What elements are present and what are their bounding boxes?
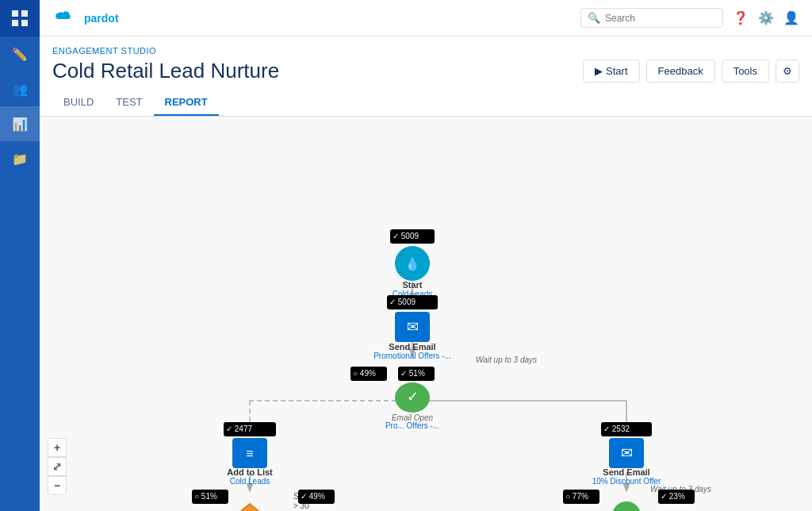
svg-text:✉: ✉: [621, 445, 633, 461]
tab-test[interactable]: TEST: [105, 90, 153, 116]
svg-text:○ 49%: ○ 49%: [353, 369, 376, 378]
zoom-out-button[interactable]: −: [48, 476, 67, 495]
svg-text:Pro... Offers -...: Pro... Offers -...: [385, 421, 439, 430]
svg-text:✉: ✉: [407, 319, 419, 335]
svg-text:≡: ≡: [246, 447, 253, 460]
nav-edit-icon[interactable]: ✏️: [0, 36, 40, 71]
svg-text:○ 77%: ○ 77%: [565, 492, 588, 501]
svg-text:✓ 2532: ✓ 2532: [603, 425, 630, 433]
zoom-in-button[interactable]: +: [48, 438, 67, 457]
svg-text:Send Email: Send Email: [603, 467, 649, 477]
feedback-button[interactable]: Feedback: [646, 60, 715, 83]
tab-report[interactable]: REPORT: [154, 90, 219, 116]
page-header: ENGAGEMENT STUDIO Cold Retail Lead Nurtu…: [40, 36, 812, 117]
play-icon: ▶: [595, 65, 603, 77]
svg-text:Add to List: Add to List: [227, 467, 273, 477]
search-icon: 🔍: [588, 12, 600, 24]
svg-rect-1: [21, 10, 28, 17]
tools-button[interactable]: Tools: [722, 60, 769, 83]
pardot-label: pardot: [84, 12, 119, 25]
svg-text:✓ 5009: ✓ 5009: [393, 232, 419, 240]
svg-marker-69: [236, 504, 264, 511]
svg-text:○ 51%: ○ 51%: [194, 492, 217, 501]
svg-text:✓ 49%: ✓ 49%: [301, 492, 325, 501]
engagement-label: ENGAGEMENT STUDIO: [52, 46, 799, 56]
start-button[interactable]: ▶ Start: [583, 60, 639, 83]
top-bar-logo: pardot: [52, 10, 119, 27]
svg-text:✓: ✓: [407, 389, 419, 405]
settings-icon[interactable]: ⚙️: [758, 10, 774, 25]
svg-text:Cold Leads: Cold Leads: [230, 477, 270, 486]
svg-text:Wait up to 3 days: Wait up to 3 days: [476, 355, 537, 364]
svg-rect-3: [21, 20, 28, 26]
nav-cases-icon[interactable]: 📁: [0, 141, 40, 176]
settings-button[interactable]: ⚙: [776, 60, 799, 83]
tab-bar: BUILD TEST REPORT: [52, 90, 799, 116]
page-title-row: Cold Retail Lead Nurture ▶ Start Feedbac…: [52, 59, 799, 83]
nav-top: [0, 0, 40, 36]
svg-rect-0: [12, 10, 18, 17]
svg-text:✓ 51%: ✓ 51%: [400, 369, 425, 378]
workflow-canvas[interactable]: ✓ 5009 💧 Start Cold Leads ✓ 5009 ✉ Send …: [40, 117, 812, 511]
svg-text:✓ 5009: ✓ 5009: [389, 298, 416, 306]
svg-text:Send Email: Send Email: [389, 342, 435, 352]
header-actions: ▶ Start Feedback Tools ⚙: [583, 60, 799, 83]
user-icon[interactable]: 👤: [783, 10, 799, 25]
zoom-controls: + ⤢ −: [48, 438, 67, 495]
salesforce-logo-icon: [52, 10, 78, 27]
help-icon[interactable]: ❓: [733, 10, 749, 25]
svg-rect-2: [12, 20, 18, 26]
svg-text:Promotional Offers -...: Promotional Offers -...: [373, 352, 451, 360]
main-content: pardot 🔍 ❓ ⚙️ 👤 ENGAGEMENT STUDIO Cold R…: [40, 0, 812, 511]
svg-text:✓ 2477: ✓ 2477: [226, 425, 252, 433]
left-navigation: ✏️ 👥 📊 📁: [0, 0, 40, 511]
nav-contacts-icon[interactable]: 👥: [0, 71, 40, 106]
nav-chart-icon[interactable]: 📊: [0, 106, 40, 141]
top-bar-actions: 🔍 ❓ ⚙️ 👤: [580, 8, 799, 28]
top-bar: pardot 🔍 ❓ ⚙️ 👤: [40, 0, 812, 36]
search-box[interactable]: 🔍: [580, 8, 723, 28]
svg-text:💧: 💧: [404, 256, 420, 271]
svg-text:✓ 23%: ✓ 23%: [661, 492, 685, 501]
page-title: Cold Retail Lead Nurture: [52, 59, 279, 83]
svg-point-75: [612, 501, 641, 511]
tab-build[interactable]: BUILD: [52, 90, 105, 116]
workflow-diagram: ✓ 5009 💧 Start Cold Leads ✓ 5009 ✉ Send …: [56, 133, 812, 511]
svg-text:Start: Start: [402, 280, 422, 290]
zoom-fit-button[interactable]: ⤢: [48, 457, 67, 476]
search-input[interactable]: [605, 13, 716, 24]
